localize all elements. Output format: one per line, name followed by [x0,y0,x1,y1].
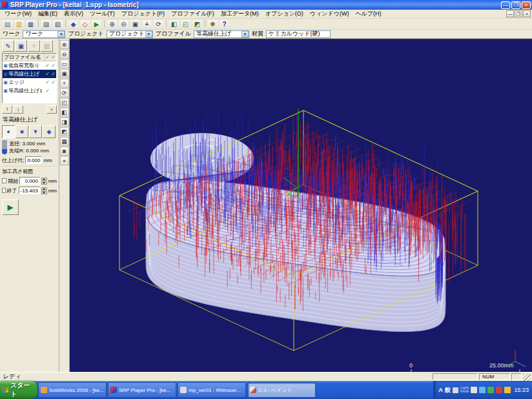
zoom-out-view-button[interactable]: ⊖ [60,50,69,59]
move-up-button[interactable]: ↑ [2,105,12,114]
check-icon[interactable]: ✓ [45,63,50,68]
wireframe-button[interactable]: ▦ [60,137,69,146]
profile-row-finish1[interactable]: ▣ 等高線仕上げ1 ✓ [3,87,56,95]
new-button[interactable]: ▤ [2,19,13,29]
pan-view-button[interactable]: + [60,79,69,88]
view-front-button[interactable]: ◧ [169,19,179,29]
ball-mill-button[interactable]: ● [2,125,15,138]
mdi-minimize-button[interactable]: — [506,10,514,17]
model-view-button[interactable]: ◆ [68,19,79,29]
close-button[interactable]: × [522,1,531,9]
simulate-button[interactable]: ▶ [91,19,102,29]
project-select[interactable]: プロジェクト ▼ [107,30,153,38]
view-front-button[interactable]: ◧ [60,108,69,117]
check-icon[interactable]: ✓ [45,71,50,77]
profile-row-edge[interactable]: ▣ エッジ ✓ ✓ [3,78,56,87]
check-icon[interactable]: ✓ [45,79,50,85]
spinner-down-icon[interactable] [41,191,47,194]
profile-row-araitori[interactable]: ▣ 低負荷荒取り ✓ ✓ [3,61,56,70]
menu-view[interactable]: 表示(V) [61,10,87,18]
tray-network-icon[interactable] [479,387,486,393]
open-button[interactable]: ▥ [14,19,25,29]
zoom-in-view-button[interactable]: ⊕ [60,40,69,49]
settings-button[interactable]: ✱ [207,19,218,29]
menu-tools[interactable]: ツール(T) [87,10,118,18]
minimize-button[interactable]: — [501,1,510,9]
delete-profile-button[interactable]: × [28,40,40,52]
view-iso-button[interactable]: ◩ [192,19,203,29]
v-bit-button[interactable]: ▼ [29,125,42,138]
zoom-fit-view-button[interactable]: ▣ [60,69,69,78]
check-icon[interactable]: ✓ [50,71,56,77]
menu-help[interactable]: ヘルプ(H) [352,10,384,18]
spinner-up-icon[interactable] [41,178,47,181]
start-button[interactable]: スタート [0,381,37,399]
move-down-button[interactable]: ↓ [13,105,23,114]
view-iso-button[interactable]: ◩ [60,127,69,136]
tray-volume-icon[interactable] [504,387,511,393]
ime-conversion-indicator[interactable]: 般 [445,386,451,394]
check-icon[interactable]: ✓ [45,88,50,94]
allowance-field[interactable]: 0.000 [25,156,42,164]
menu-window[interactable]: ウィンドウ(W) [307,10,353,18]
menu-cutdata[interactable]: 加工データ(M) [218,10,262,18]
copy-profile-button[interactable]: ▣ [15,40,27,52]
print-button[interactable]: ▨ [41,19,52,29]
start-checkbox[interactable] [2,178,6,183]
viewport[interactable]: 0 25.00mm [70,39,532,372]
start-spinner[interactable] [41,178,47,185]
task-srp-player[interactable]: SRP Player Pro - [ke... [108,382,176,398]
ime-mode-indicator[interactable]: A [438,387,443,393]
task-rhinoceros[interactable]: mp_ver01 - Rhinocer... [178,382,246,398]
restore-button[interactable]: ❐ [511,1,520,9]
check-icon[interactable]: ✓ [50,63,56,68]
view-top-button[interactable]: ◰ [180,19,191,29]
start-field[interactable]: 0.000 [19,177,39,185]
mdi-restore-button[interactable]: ❐ [515,10,522,17]
save-button[interactable]: ▦ [25,19,36,29]
rotate-view-button[interactable]: ⟳ [60,88,69,97]
menu-profile[interactable]: プロファイル(F) [168,10,218,18]
menu-project[interactable]: プロジェクト(P) [118,10,168,18]
tray-display-icon[interactable] [471,387,477,393]
profile-row-finish-selected[interactable]: ▣ 等高線仕上げ ✓ ✓ [3,70,56,78]
zoom-in-button[interactable]: ⊕ [107,19,118,29]
ime-toolbar-icon[interactable] [453,387,458,393]
zoom-fit-button[interactable]: ▣ [130,19,141,29]
drill-button[interactable]: ◆ [43,125,56,138]
profile-settings-button[interactable]: ▧ [41,40,53,52]
view-top-button[interactable]: ◰ [60,98,69,107]
material-field[interactable]: ケミカルウッド(硬) [266,30,331,38]
chevron-down-icon[interactable]: ▼ [57,31,65,37]
zoom-out-button[interactable]: ⊖ [118,19,129,29]
chevron-down-icon[interactable]: ▼ [241,31,249,37]
help-button[interactable]: ? [219,19,230,29]
shaded-button[interactable]: ◙ [60,147,69,156]
work-select[interactable]: ワーク ▼ [23,30,65,38]
profile-select[interactable]: 等高線仕上げ ▼ [194,30,249,38]
menu-work[interactable]: ワーク(W) [1,10,35,18]
pan-button[interactable]: + [141,19,152,29]
spinner-down-icon[interactable] [41,181,47,185]
create-toolpath-button[interactable]: ✎ [2,40,14,52]
remove-profile-button[interactable]: × [46,105,57,114]
viewport-canvas[interactable]: 0 25.00mm [70,39,532,378]
menu-edit[interactable]: 編集(E) [35,10,61,18]
rotate-button[interactable]: ⟳ [153,19,164,29]
chevron-down-icon[interactable]: ▼ [145,31,152,37]
clock[interactable]: 15:23 [513,387,529,393]
end-field[interactable]: -15.403 [19,187,40,194]
flat-mill-button[interactable]: ■ [15,125,28,138]
mdi-close-button[interactable]: × [523,10,531,17]
end-checkbox[interactable] [2,188,6,193]
tray-safely-remove-icon[interactable] [487,387,494,393]
end-spinner[interactable] [41,187,47,194]
zoom-window-button[interactable]: ▭ [60,59,69,68]
measure-button[interactable]: ⌖ [60,156,69,165]
tray-antivirus-icon[interactable] [496,387,502,393]
menu-options[interactable]: オプション(O) [262,10,307,18]
view-side-button[interactable]: ◨ [60,118,69,127]
check-icon[interactable]: ✓ [50,79,56,85]
task-solidworks[interactable]: SolidWorks 2006 - [ke... [38,382,107,398]
toolpath-view-button[interactable]: ◇ [79,19,90,29]
